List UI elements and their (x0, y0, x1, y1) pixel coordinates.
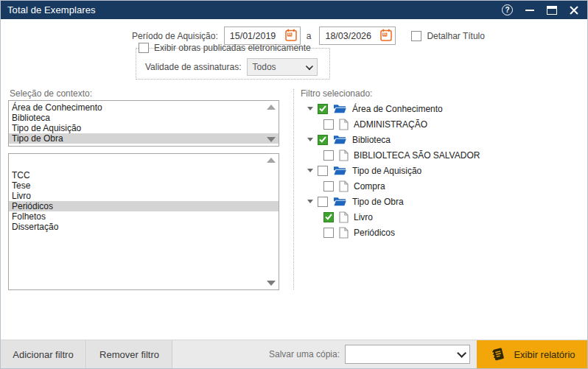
add-filter-button[interactable]: Adicionar filtro (1, 340, 86, 368)
date-to-field[interactable]: 18/03/2026 01 (319, 27, 396, 45)
electronic-works-option: Exibir obras publicadas eletronicamente (139, 43, 311, 53)
document-icon (339, 211, 349, 223)
collapse-arrow-icon[interactable] (307, 169, 313, 172)
checkbox-unchecked[interactable] (318, 197, 328, 207)
document-icon (339, 150, 349, 161)
scroll-up-icon[interactable] (267, 105, 276, 110)
tree-node-label[interactable]: Tipo de Aquisição (352, 166, 421, 176)
checkbox-unchecked[interactable] (323, 228, 334, 238)
subscription-validity-select[interactable]: Todos (247, 58, 318, 76)
detail-title-label: Detalhar Título (427, 31, 485, 41)
list-item[interactable]: Livro (9, 191, 279, 201)
save-copy-select[interactable] (345, 345, 470, 364)
checkbox-unchecked[interactable] (323, 150, 334, 161)
document-icon (339, 119, 349, 130)
tree-node-label[interactable]: ADMINISTRAÇÃO (354, 119, 427, 130)
filter-tree: Área de ConhecimentoADMINISTRAÇÃOBibliot… (301, 101, 480, 240)
scroll-up-icon[interactable] (267, 158, 276, 163)
subscription-validity-label: Validade de assinaturas: (145, 62, 242, 72)
list-item[interactable]: Biblioteca (9, 113, 279, 123)
checkbox-checked[interactable] (318, 104, 328, 114)
calendar-icon[interactable]: 01 (285, 29, 297, 43)
subscription-validity-value: Todos (253, 62, 276, 72)
tree-child-row: Periódicos (301, 225, 480, 240)
list-item[interactable]: TCC (9, 170, 279, 180)
selected-filter-label: Filtro selecionado: (301, 88, 372, 99)
date-from-value: 15/01/2019 (230, 31, 276, 41)
checkbox-unchecked[interactable] (323, 119, 334, 130)
close-icon[interactable] (570, 6, 578, 15)
tree-root-row: Tipo de Aquisição (301, 163, 480, 178)
panel-divider (293, 89, 294, 289)
checkbox-unchecked[interactable] (323, 181, 334, 191)
minimize-icon[interactable] (525, 10, 534, 11)
folder-icon (333, 134, 347, 145)
chevron-down-icon (305, 62, 312, 69)
maximize-icon[interactable] (547, 6, 557, 15)
tree-root-row: Tipo de Obra (301, 194, 480, 209)
document-icon (339, 227, 349, 239)
checkbox-checked[interactable] (323, 212, 334, 222)
window-title: Total de Exemplares (1, 4, 96, 15)
context-group-listbox[interactable]: Área de ConhecimentoBibliotecaTipo de Aq… (8, 100, 279, 147)
tree-child-row: Livro (301, 209, 480, 225)
tree-node-label[interactable]: Livro (354, 212, 373, 222)
context-item-listbox[interactable]: TCCTeseLivroPeriódicosFolhetosDissertaçã… (8, 153, 279, 290)
context-item-list: TCCTeseLivroPeriódicosFolhetosDissertaçã… (9, 154, 279, 232)
dialog-total-de-exemplares: Total de Exemplares ? Período de Aquisiç… (0, 0, 588, 369)
list-item[interactable]: Área de Conhecimento (9, 102, 279, 113)
scroll-down-icon[interactable] (267, 281, 276, 286)
scroll-down-icon[interactable] (267, 137, 276, 142)
save-copy-label: Salvar uma cópia: (244, 349, 340, 359)
context-group-list: Área de ConhecimentoBibliotecaTipo de Aq… (9, 101, 279, 144)
detail-title-option: Detalhar Título (411, 31, 485, 41)
tree-root-row: Biblioteca (301, 132, 480, 147)
list-item[interactable]: Dissertação (9, 222, 279, 232)
tree-child-row: ADMINISTRAÇÃO (301, 116, 480, 132)
detail-title-checkbox[interactable] (411, 31, 421, 41)
collapse-arrow-icon[interactable] (307, 107, 313, 110)
tree-node-label[interactable]: Biblioteca (352, 135, 391, 145)
help-icon[interactable]: ? (502, 4, 513, 15)
titlebar: Total de Exemplares ? (1, 1, 587, 19)
electronic-works-label: Exibir obras publicadas eletronicamente (154, 43, 311, 53)
chevron-down-icon (457, 348, 466, 358)
footer-bar: Adicionar filtro Remover filtro Salvar u… (1, 340, 587, 368)
remove-filter-button[interactable]: Remover filtro (87, 340, 172, 368)
tree-node-label[interactable]: Compra (354, 181, 385, 191)
svg-text:01: 01 (383, 32, 388, 36)
electronic-works-group: Exibir obras publicadas eletronicamente … (136, 48, 330, 80)
date-to-value: 18/03/2026 (325, 31, 371, 41)
document-icon (339, 180, 349, 192)
list-item[interactable]: Tipo de Obra (9, 133, 279, 144)
tree-node-label[interactable]: Área de Conhecimento (352, 104, 443, 114)
electronic-works-checkbox[interactable] (139, 43, 149, 53)
tree-child-row: Compra (301, 178, 480, 194)
checkbox-checked[interactable] (318, 135, 328, 145)
period-to-label: a (307, 31, 312, 41)
checkbox-unchecked[interactable] (318, 166, 328, 176)
tree-node-label[interactable]: BIBLIOLTECA SÃO SALVADOR (354, 150, 480, 161)
tree-child-row: BIBLIOLTECA SÃO SALVADOR (301, 147, 480, 163)
tree-root-row: Área de Conhecimento (301, 101, 480, 116)
collapse-arrow-icon[interactable] (307, 200, 313, 203)
collapse-arrow-icon[interactable] (307, 138, 313, 141)
context-selection-label: Seleção de contexto: (10, 88, 92, 99)
period-label: Período de Aquisição: (132, 31, 218, 41)
list-item[interactable]: Periódicos (9, 201, 279, 211)
subscription-validity-row: Validade de assinaturas: Todos (145, 58, 318, 76)
list-item[interactable]: Folhetos (9, 211, 279, 222)
folder-icon (333, 165, 347, 176)
folder-icon (333, 196, 347, 207)
list-item[interactable]: Tipo de Aquisição (9, 123, 279, 133)
svg-text:01: 01 (287, 32, 292, 36)
folder-icon (333, 103, 347, 114)
show-report-button[interactable]: Exibir relatório (477, 340, 588, 368)
window-controls: ? (502, 4, 587, 15)
show-report-label: Exibir relatório (514, 349, 575, 360)
tree-node-label[interactable]: Periódicos (354, 228, 395, 238)
report-icon (490, 346, 506, 362)
list-item[interactable]: Tese (9, 180, 279, 191)
calendar-icon[interactable]: 01 (380, 29, 392, 43)
tree-node-label[interactable]: Tipo de Obra (352, 197, 404, 207)
